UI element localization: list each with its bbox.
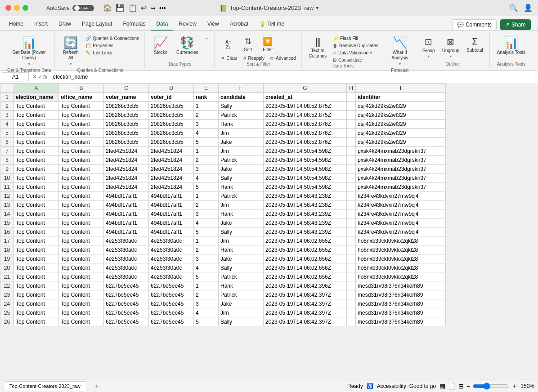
cell-i16[interactable]: k234re43kdvxn27mw9cj4 — [356, 227, 446, 236]
cell-a16[interactable]: Top Content — [14, 227, 59, 236]
cell-c18[interactable]: 4e253f30a0c — [104, 245, 149, 254]
col-header-g[interactable]: G — [264, 84, 347, 93]
cell-c1[interactable]: voter_name — [104, 93, 149, 102]
cell-e16[interactable]: 5 — [194, 227, 219, 236]
cell-i8[interactable]: pxsk4k24mxmab23dgrskri37 — [356, 156, 446, 165]
cell-e3[interactable]: 2 — [194, 111, 219, 120]
profile-icon[interactable]: 👤 — [524, 4, 533, 12]
cell-d23[interactable]: 62a7be5ee45 — [149, 290, 194, 299]
cell-g4[interactable]: 2023-05-19T14:08:52.876Z — [264, 120, 347, 129]
zoom-in-icon[interactable]: ＋ — [511, 382, 518, 390]
normal-view-icon[interactable]: ▦ — [439, 383, 445, 390]
cell-c20[interactable]: 4e253f30a0c — [104, 263, 149, 272]
cell-e20[interactable]: 4 — [194, 263, 219, 272]
cell-c14[interactable]: 494bdf17aff1 — [104, 209, 149, 218]
cell-i20[interactable]: ho8nxb39ckt0vkkx2qkl28 — [356, 263, 446, 272]
cell-i17[interactable]: ho8nxb39ckt0vkkx2qkl28 — [356, 236, 446, 245]
page-break-view-icon[interactable]: ⊞ — [458, 383, 464, 390]
save-icon[interactable]: 💾 — [116, 4, 125, 12]
cell-b18[interactable]: Top Content — [59, 245, 104, 254]
cell-e6[interactable]: 5 — [194, 138, 219, 147]
cell-a17[interactable]: Top Content — [14, 236, 59, 245]
cell-h18[interactable] — [347, 245, 356, 254]
cell-g13[interactable]: 2023-05-19T14:58:43.238Z — [264, 200, 347, 209]
share-button[interactable]: ↗ Share — [500, 19, 531, 30]
fx-icon[interactable]: fx — [43, 74, 47, 80]
cell-e5[interactable]: 4 — [194, 129, 219, 138]
cell-b26[interactable]: Top Content — [59, 317, 104, 326]
cell-b7[interactable]: Top Content — [59, 147, 104, 156]
cell-f23[interactable]: Patrick — [219, 290, 264, 299]
cell-b23[interactable]: Top Content — [59, 290, 104, 299]
cell-b2[interactable]: Top Content — [59, 102, 104, 111]
cell-e23[interactable]: 2 — [194, 290, 219, 299]
cell-a26[interactable]: Top Content — [14, 317, 59, 326]
properties-button[interactable]: 📋 Properties — [84, 42, 141, 49]
cell-g20[interactable]: 2023-05-19T14:06:02.656Z — [264, 263, 347, 272]
sort-button[interactable]: ⇅ Sort — [239, 35, 257, 54]
cell-a23[interactable]: Top Content — [14, 290, 59, 299]
cell-b14[interactable]: Top Content — [59, 209, 104, 218]
cell-a4[interactable]: Top Content — [14, 120, 59, 129]
cell-d13[interactable]: 494bdf17aff1 — [149, 200, 194, 209]
cell-c5[interactable]: 20826bc3cb5 — [104, 129, 149, 138]
cell-f16[interactable]: Sally — [219, 227, 264, 236]
col-header-e[interactable]: E — [194, 84, 219, 93]
cell-c24[interactable]: 62a7be5ee45 — [104, 299, 149, 308]
tab-insert[interactable]: Insert — [29, 18, 53, 31]
cell-f22[interactable]: Hank — [219, 281, 264, 290]
add-sheet-button[interactable]: ＋ — [90, 380, 103, 392]
cell-d24[interactable]: 62a7be5ee45 — [149, 299, 194, 308]
cell-e4[interactable]: 3 — [194, 120, 219, 129]
cell-f18[interactable]: Hank — [219, 245, 264, 254]
cell-a13[interactable]: Top Content — [14, 200, 59, 209]
cell-e19[interactable]: 3 — [194, 254, 219, 263]
what-if-button[interactable]: 📉 What-IfAnalysis ▾ — [389, 35, 411, 68]
cell-d17[interactable]: 4e253f30a0c — [149, 236, 194, 245]
cell-d3[interactable]: 20826bc3cb5 — [149, 111, 194, 120]
group-button[interactable]: ⊡ Group ▾ — [420, 35, 438, 60]
more-icon[interactable]: ••• — [159, 4, 166, 12]
sheet-tab-main[interactable]: Top-Content-Creators-2023_raw — [4, 381, 86, 391]
cell-b3[interactable]: Top Content — [59, 111, 104, 120]
cell-f20[interactable]: Sally — [219, 263, 264, 272]
cell-g3[interactable]: 2023-05-19T14:08:52.875Z — [264, 111, 347, 120]
cell-c7[interactable]: 2fed4251824 — [104, 147, 149, 156]
cell-a2[interactable]: Top Content — [14, 102, 59, 111]
cell-b19[interactable]: Top Content — [59, 254, 104, 263]
cell-g12[interactable]: 2023-05-19T14:58:43.238Z — [264, 192, 347, 200]
cell-e14[interactable]: 3 — [194, 209, 219, 218]
cell-a18[interactable]: Top Content — [14, 245, 59, 254]
cell-f9[interactable]: Jake — [219, 165, 264, 174]
col-header-i[interactable]: I — [356, 84, 446, 93]
cell-h15[interactable] — [347, 218, 356, 227]
cell-g26[interactable]: 2023-05-19T14:08:42.397Z — [264, 317, 347, 326]
cell-d16[interactable]: 494bdf17aff1 — [149, 227, 194, 236]
comments-button[interactable]: 💬 Comments — [452, 19, 497, 30]
cell-d15[interactable]: 494bdf17aff1 — [149, 218, 194, 227]
edit-links-button[interactable]: ✏️ Edit Links — [84, 49, 141, 56]
cell-h11[interactable] — [347, 183, 356, 192]
tab-page-layout[interactable]: Page Layout — [76, 18, 117, 31]
cell-e8[interactable]: 2 — [194, 156, 219, 165]
cell-h3[interactable] — [347, 111, 356, 120]
stocks-button[interactable]: 📈 Stocks — [149, 35, 172, 57]
cell-a6[interactable]: Top Content — [14, 138, 59, 147]
cell-e12[interactable]: 1 — [194, 192, 219, 200]
cell-b11[interactable]: Top Content — [59, 183, 104, 192]
cell-h1[interactable] — [347, 93, 356, 102]
cell-a7[interactable]: Top Content — [14, 147, 59, 156]
cell-c26[interactable]: 62a7be5ee45 — [104, 317, 149, 326]
cell-h2[interactable] — [347, 102, 356, 111]
cell-a1[interactable]: election_name — [14, 93, 59, 102]
cell-c3[interactable]: 20826bc3cb5 — [104, 111, 149, 120]
cell-d6[interactable]: 20826bc3cb5 — [149, 138, 194, 147]
cell-f2[interactable]: Sally — [219, 102, 264, 111]
cell-g11[interactable]: 2023-05-19T14:50:54.598Z — [264, 183, 347, 192]
cell-i5[interactable]: dsjl42kd29ks2wl329 — [356, 129, 446, 138]
cell-i26[interactable]: mesd31rv98l376n34kerh89 — [356, 317, 446, 326]
cell-f8[interactable]: Patrick — [219, 156, 264, 165]
cell-g15[interactable]: 2023-05-19T14:58:43.239Z — [264, 218, 347, 227]
tab-view[interactable]: View — [202, 18, 224, 31]
cell-d20[interactable]: 4e253f30a0c — [149, 263, 194, 272]
